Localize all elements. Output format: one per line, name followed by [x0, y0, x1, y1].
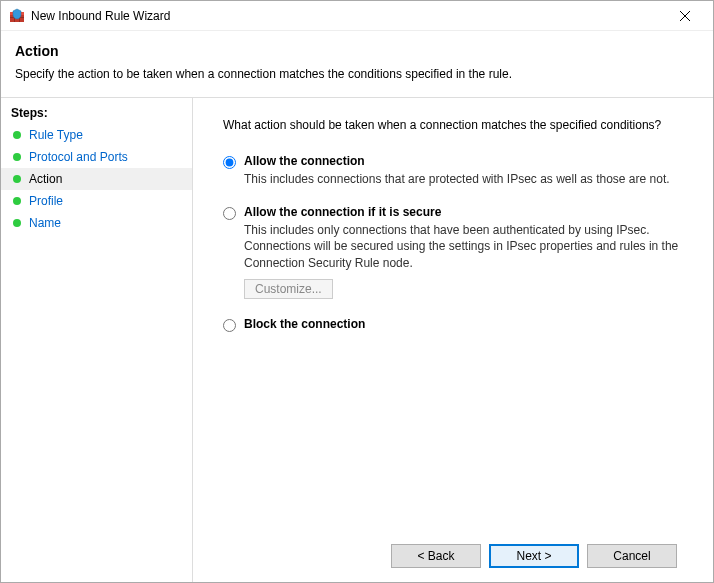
bullet-icon	[13, 219, 21, 227]
step-action[interactable]: Action	[1, 168, 192, 190]
bullet-icon	[13, 131, 21, 139]
next-button[interactable]: Next >	[489, 544, 579, 568]
bullet-icon	[13, 175, 21, 183]
content-pane: What action should be taken when a conne…	[193, 98, 713, 582]
step-label: Profile	[29, 194, 63, 208]
step-label: Action	[29, 172, 62, 186]
steps-sidebar: Steps: Rule Type Protocol and Ports Acti…	[1, 98, 193, 582]
back-button[interactable]: < Back	[391, 544, 481, 568]
step-label: Rule Type	[29, 128, 83, 142]
option-allow-title: Allow the connection	[244, 154, 693, 168]
option-allow[interactable]: Allow the connection This includes conne…	[223, 154, 693, 187]
content-prompt: What action should be taken when a conne…	[223, 118, 693, 132]
wizard-window: New Inbound Rule Wizard Action Specify t…	[0, 0, 714, 583]
step-profile[interactable]: Profile	[1, 190, 192, 212]
firewall-icon	[9, 8, 25, 24]
option-body: Allow the connection This includes conne…	[244, 154, 693, 187]
page-description: Specify the action to be taken when a co…	[15, 67, 699, 81]
bullet-icon	[13, 197, 21, 205]
option-allow-secure-title: Allow the connection if it is secure	[244, 205, 693, 219]
radio-allow-secure[interactable]	[223, 207, 236, 220]
radio-allow[interactable]	[223, 156, 236, 169]
option-allow-desc: This includes connections that are prote…	[244, 171, 693, 187]
option-allow-secure-desc: This includes only connections that have…	[244, 222, 693, 271]
step-rule-type[interactable]: Rule Type	[1, 124, 192, 146]
spacer	[223, 352, 693, 532]
step-protocol-ports[interactable]: Protocol and Ports	[1, 146, 192, 168]
wizard-footer: < Back Next > Cancel	[223, 532, 693, 582]
step-label: Name	[29, 216, 61, 230]
step-label: Protocol and Ports	[29, 150, 128, 164]
page-heading: Action	[15, 43, 699, 59]
customize-button: Customize...	[244, 279, 333, 299]
window-title: New Inbound Rule Wizard	[31, 9, 665, 23]
option-body: Allow the connection if it is secure Thi…	[244, 205, 693, 299]
cancel-button[interactable]: Cancel	[587, 544, 677, 568]
option-block[interactable]: Block the connection	[223, 317, 693, 334]
step-name[interactable]: Name	[1, 212, 192, 234]
wizard-body: Steps: Rule Type Protocol and Ports Acti…	[1, 97, 713, 582]
option-allow-secure[interactable]: Allow the connection if it is secure Thi…	[223, 205, 693, 299]
steps-heading: Steps:	[1, 104, 192, 124]
radio-block[interactable]	[223, 319, 236, 332]
wizard-header: Action Specify the action to be taken wh…	[1, 31, 713, 97]
bullet-icon	[13, 153, 21, 161]
option-body: Block the connection	[244, 317, 693, 334]
close-button[interactable]	[665, 2, 705, 30]
option-block-title: Block the connection	[244, 317, 693, 331]
titlebar: New Inbound Rule Wizard	[1, 1, 713, 31]
